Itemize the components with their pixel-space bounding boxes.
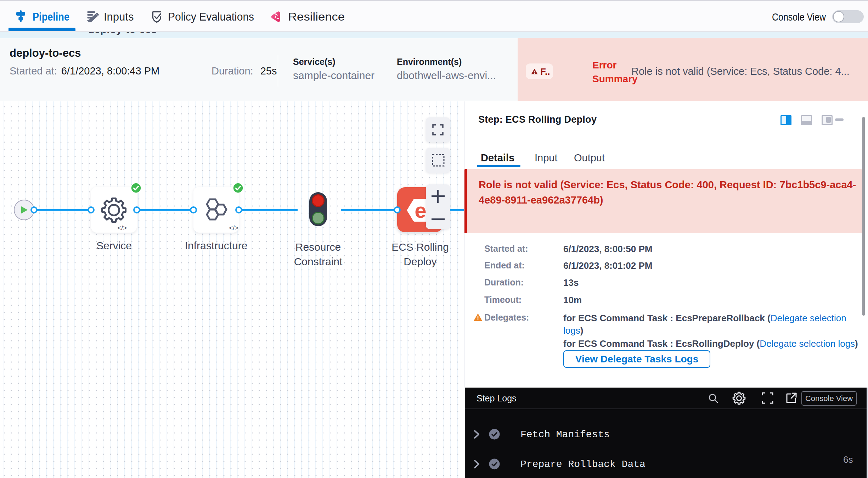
svg-text:e: e	[415, 199, 426, 222]
